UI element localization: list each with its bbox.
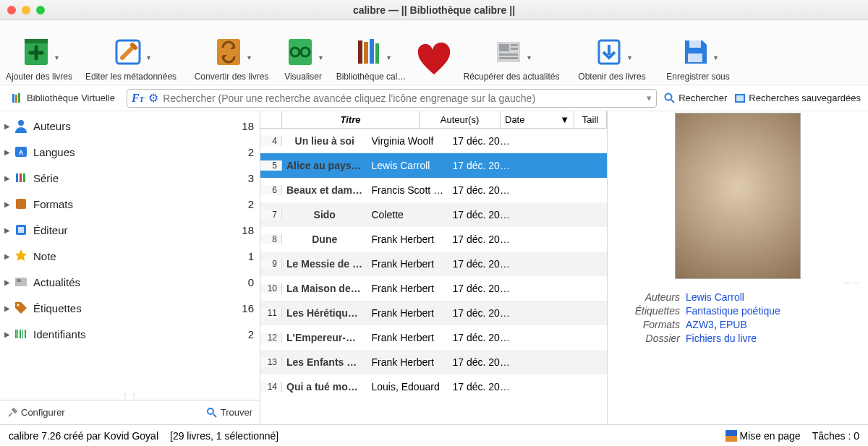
chevron-down-icon[interactable]: ▾ [319,53,323,61]
cell-date: 17 déc. 20… [448,381,522,393]
chevron-down-icon[interactable]: ▾ [628,53,631,61]
chevron-down-icon[interactable]: ▾ [147,53,150,61]
disclosure-triangle-icon[interactable]: ▶ [4,278,12,286]
cell-title: Le Messie de Dune [282,258,367,270]
tag-link[interactable]: Fantastique poétique [686,305,780,317]
category-count: 2 [248,328,254,340]
table-row[interactable]: 10La Maison des MèresFrank Herbert17 déc… [260,276,607,301]
table-row[interactable]: 7SidoColette17 déc. 20… [260,202,607,227]
table-row[interactable]: 9Le Messie de DuneFrank Herbert17 déc. 2… [260,252,607,276]
svg-rect-29 [16,173,18,182]
table-row[interactable]: 4Un lieu à soiVirginia Woolf17 déc. 20… [260,129,607,153]
chevron-down-icon[interactable]: ▾ [387,53,391,61]
category-identifiants[interactable]: ▶Identifiants2 [0,321,260,347]
find-button[interactable]: Trouver [207,407,252,418]
table-row[interactable]: 11Les Hérétiques de DuneFrank Herbert17 … [260,301,607,325]
disclosure-triangle-icon[interactable]: ▶ [4,122,12,130]
toolbar-library[interactable]: ▾ Bibliothèque cal… [331,23,411,85]
search-input[interactable] [163,93,642,104]
cell-title: Les Hérétiques de Dune [282,307,367,319]
category-étiquettes[interactable]: ▶Étiquettes16 [0,295,260,321]
row-number: 8 [260,234,282,244]
svg-rect-12 [499,44,509,51]
format-link[interactable]: AZW3 [686,319,714,330]
category-langues[interactable]: ▶ALangues2 [0,139,260,165]
toolbar-get-books[interactable]: ▾ Obtenir des livres [569,23,655,85]
chevron-down-icon[interactable]: ▾ [55,53,59,61]
category-série[interactable]: ▶Série3 [0,165,260,191]
add-book-icon [20,35,53,69]
disclosure-triangle-icon[interactable]: ▶ [4,226,12,234]
disclosure-triangle-icon[interactable]: ▶ [4,330,12,338]
zoom-window-icon[interactable] [36,6,45,14]
cell-author: Lewis Carroll [367,160,448,171]
format-link[interactable]: EPUB [720,319,747,330]
category-label: Langues [33,146,248,158]
toolbar-save-as[interactable]: ▾ Enregistrer sous [658,23,738,85]
category-formats[interactable]: ▶Formats2 [0,191,260,217]
table-body[interactable]: 4Un lieu à soiVirginia Woolf17 déc. 20…5… [260,129,607,424]
layout-button[interactable]: Mise en page [726,430,801,442]
toolbar-add-books[interactable]: ▾ Ajouter des livres [4,23,74,85]
svg-point-43 [208,408,213,414]
resize-dots-icon[interactable]: ⋯⋯ [615,279,861,287]
toolbar-view[interactable]: ▾ Visualiser [278,23,328,85]
category-actualités[interactable]: ▶Actualités0 [0,269,260,295]
fulltext-icon[interactable]: FT [132,92,144,105]
status-selection: [29 livres, 1 sélectionné] [170,430,278,442]
col-header-title[interactable]: Titre [282,111,420,128]
chevron-down-icon[interactable]: ▾ [247,53,251,61]
splitter-handle-icon[interactable]: ⋮⋮ [0,391,260,400]
disclosure-triangle-icon[interactable]: ▶ [4,200,12,208]
disclosure-triangle-icon[interactable]: ▶ [4,304,12,312]
category-note[interactable]: ▶Note1 [0,243,260,269]
col-header-size[interactable]: Taill [574,111,607,128]
cell-date: 17 déc. 20… [448,160,522,171]
folder-link[interactable]: Fichiers du livre [686,333,757,344]
close-window-icon[interactable] [7,6,16,14]
toolbar-fetch-news[interactable]: ▾ Récupérer des actualités [457,23,566,85]
toolbar-label: Convertir des livres [195,72,269,82]
category-auteurs[interactable]: ▶Auteurs18 [0,113,260,139]
table-row[interactable]: 13Les Enfants de DuneFrank Herbert17 déc… [260,350,607,374]
cell-date: 17 déc. 20… [448,233,522,245]
gear-icon[interactable]: ⚙ [148,91,158,105]
virtual-library-button[interactable]: Bibliothèque Virtuelle [7,91,119,106]
virtual-library-label: Bibliothèque Virtuelle [27,93,115,103]
meta-label-folder: Dossier [615,333,680,344]
table-row[interactable]: 12L'Empereur-Dieu de DuneFrank Herbert17… [260,325,607,350]
toolbar-edit-metadata[interactable]: ▾ Editer les métadonnées [77,23,185,85]
book-cover[interactable] [675,113,801,279]
svg-rect-41 [22,330,23,338]
chevron-down-icon[interactable]: ▾ [714,53,718,61]
configure-button[interactable]: Configurer [7,407,65,418]
cell-author: Colette [367,209,448,220]
col-header-date[interactable]: Date▼ [501,111,574,128]
table-row[interactable]: 14Qui a tué mon pèreLouis, Edouard17 déc… [260,374,607,399]
col-header-author[interactable]: Auteur(s) [420,111,501,128]
search-button[interactable]: Rechercher [664,93,727,104]
tasks-label[interactable]: Tâches : 0 [812,430,859,442]
table-row[interactable]: 6Beaux et damnésFrancis Scott …17 déc. 2… [260,178,607,202]
table-row[interactable]: 8DuneFrank Herbert17 déc. 20… [260,227,607,252]
toolbar-donate[interactable] [414,23,454,85]
cell-author: Frank Herbert [367,283,448,294]
disclosure-triangle-icon[interactable]: ▶ [4,148,12,156]
titlebar: calibre — || Bibliothèque calibre || [0,0,868,20]
svg-rect-21 [15,95,17,103]
barcode-icon [13,326,29,342]
chevron-down-icon[interactable]: ▾ [647,93,652,103]
table-row[interactable]: 5Alice au pays des merveil…Lewis Carroll… [260,153,607,178]
saved-searches-button[interactable]: Recherches sauvegardées [734,93,861,104]
svg-text:A: A [19,149,24,156]
minimize-window-icon[interactable] [22,6,30,14]
chevron-down-icon[interactable]: ▾ [527,53,531,61]
search-button-label: Rechercher [678,93,727,103]
author-link[interactable]: Lewis Carroll [686,291,744,303]
disclosure-triangle-icon[interactable]: ▶ [4,252,12,260]
category-éditeur[interactable]: ▶Éditeur18 [0,217,260,243]
toolbar-convert-books[interactable]: ▾ Convertir des livres [188,23,275,85]
col-header-num[interactable] [260,111,282,128]
disclosure-triangle-icon[interactable]: ▶ [4,174,12,182]
svg-rect-16 [499,57,518,59]
